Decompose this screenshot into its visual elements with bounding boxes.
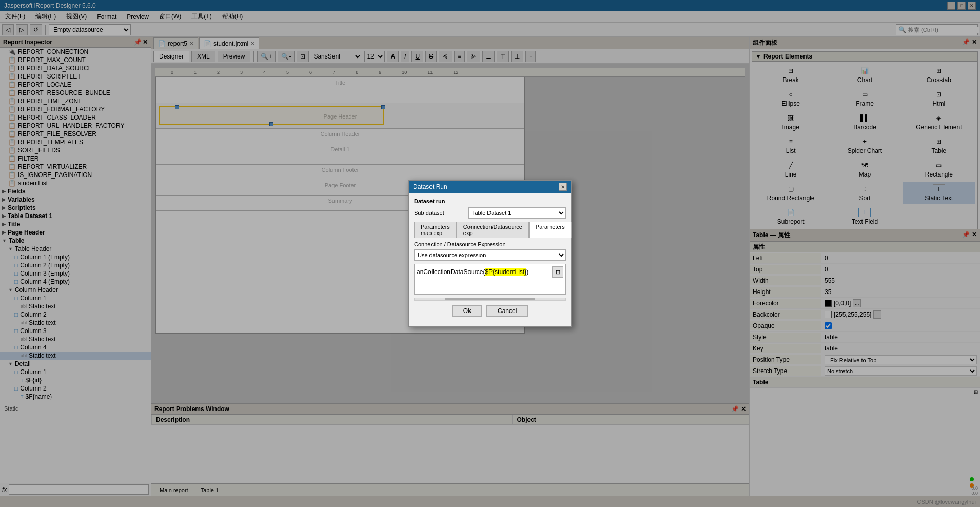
scrollbar[interactable] [414,298,566,301]
dialog-tabs: Parameters map exp Connection/Datasource… [414,222,566,238]
connection-expression-label: Connection / Datasource Expression [414,241,566,247]
dialog-close-button[interactable]: ✕ [559,183,567,191]
dataset-dialog: Dataset Run ✕ Dataset run Sub dataset Ta… [408,180,572,327]
expression-box: anCollectionDataSource($P{studentList}) … [414,264,566,280]
dialog-section-label: Dataset run [414,198,566,204]
connection-datasource-tab[interactable]: Connection/Datasource exp [457,222,529,238]
params-map-tab[interactable]: Parameters map exp [414,222,457,238]
dialog-sub-dataset-row: Sub dataset Table Dataset 1 [414,207,566,219]
ok-button[interactable]: Ok [452,305,482,317]
sub-dataset-select[interactable]: Table Dataset 1 [468,207,566,219]
parameters-btn[interactable]: Parameters [529,222,572,238]
expression-edit-btn[interactable]: ⊡ [552,266,563,278]
cancel-button[interactable]: Cancel [486,305,528,317]
expression-extra-row [414,280,566,295]
dialog-overlay: Dataset Run ✕ Dataset run Sub dataset Ta… [0,0,980,507]
dialog-title: Dataset Run [413,183,447,190]
sub-dataset-label: Sub dataset [414,210,465,216]
dialog-buttons: Ok Cancel [414,301,566,321]
dialog-titlebar: Dataset Run ✕ [409,181,571,193]
expression-highlight: $P{studentList} [485,268,526,276]
dialog-content: Dataset run Sub dataset Table Dataset 1 … [409,193,571,326]
datasource-type-select[interactable]: Use datasource expression [414,249,566,261]
expression-text: anCollectionDataSource($P{studentList}) [417,268,550,276]
scrollbar-thumb [445,298,535,300]
use-datasource-row: Use datasource expression [414,249,566,261]
